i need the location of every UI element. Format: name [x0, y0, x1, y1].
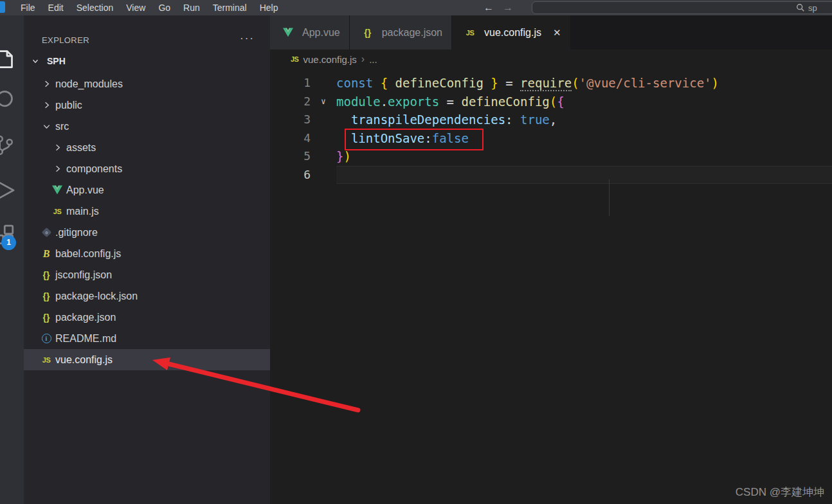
line-number: 3: [270, 111, 311, 129]
code-line-3[interactable]: 3 transpileDependencies: true,: [270, 111, 832, 129]
tree-item-label: components: [66, 163, 122, 175]
menu-terminal[interactable]: Terminal: [206, 0, 253, 15]
menu-go[interactable]: Go: [152, 0, 177, 15]
back-arrow-icon[interactable]: ←: [484, 2, 494, 14]
code-text: const { defineConfig } = require('@vue/c…: [336, 74, 832, 93]
source-control-icon[interactable]: [0, 132, 17, 158]
code-text: module.exports = defineConfig({: [336, 93, 832, 111]
fold-gutter: [311, 74, 336, 93]
close-icon[interactable]: ✕: [553, 27, 561, 39]
menu-selection[interactable]: Selection: [70, 0, 120, 15]
search-view-icon[interactable]: [0, 87, 17, 113]
code-text: [336, 166, 832, 184]
tree-item-label: assets: [66, 142, 96, 154]
tree-item-babel-config-js[interactable]: Bbabel.config.js: [24, 243, 270, 264]
tab-app-vue[interactable]: App.vue: [270, 15, 350, 50]
tree-item-assets[interactable]: assets: [24, 137, 270, 158]
tab-label: vue.config.js: [484, 27, 541, 39]
code-line-2[interactable]: 2∨module.exports = defineConfig({: [270, 93, 832, 111]
menu-file[interactable]: File: [14, 0, 42, 15]
code-editor[interactable]: 1const { defineConfig } = require('@vue/…: [270, 69, 832, 184]
code-line-1[interactable]: 1const { defineConfig } = require('@vue/…: [270, 74, 832, 93]
chevron-right-icon: [40, 100, 53, 110]
json-braces-icon: {}: [361, 28, 374, 38]
explorer-icon[interactable]: [0, 46, 17, 72]
code-text: transpileDependencies: true,: [336, 111, 832, 129]
json-braces-icon: {}: [40, 270, 53, 280]
forward-arrow-icon[interactable]: →: [503, 2, 513, 14]
fold-gutter: [311, 111, 336, 129]
tree-item-app-vue[interactable]: App.vue: [24, 179, 270, 201]
tree-item-package-lock-json[interactable]: {}package-lock.json: [24, 285, 270, 307]
line-number: 1: [270, 74, 311, 93]
tree-item-node-modules[interactable]: node_modules: [24, 73, 270, 94]
tree-item-package-json[interactable]: {}package.json: [24, 307, 270, 328]
line-number: 2: [270, 93, 311, 111]
search-hint-text: sp: [808, 3, 817, 13]
breadcrumb-symbol[interactable]: ...: [369, 54, 377, 65]
tree-item-label: App.vue: [66, 184, 104, 196]
vscode-logo-icon: [0, 1, 5, 13]
line-number: 6: [270, 166, 311, 184]
tree-item-label: src: [55, 121, 69, 132]
js-icon: JS: [464, 29, 476, 37]
menu-help[interactable]: Help: [253, 0, 285, 15]
git-icon: [40, 229, 53, 236]
tab-vue-config-js[interactable]: JSvue.config.js✕: [452, 15, 571, 50]
js-icon: JS: [51, 208, 64, 215]
tree-item-label: .gitignore: [55, 227, 98, 239]
tree-item-label: node_modules: [55, 78, 123, 90]
tree-item-main-js[interactable]: JSmain.js: [24, 201, 270, 222]
run-debug-icon[interactable]: [0, 177, 17, 203]
js-icon: JS: [40, 356, 53, 364]
json-braces-icon: {}: [40, 291, 53, 302]
fold-gutter: [311, 129, 336, 148]
search-icon: [796, 3, 805, 12]
menu-bar: FileEditSelectionViewGoRunTerminalHelp: [14, 0, 284, 15]
tree-item-label: main.js: [66, 206, 99, 217]
tree-item-label: package.json: [55, 312, 116, 323]
breadcrumb[interactable]: JS vue.config.js › ...: [270, 50, 832, 69]
tree-item-label: vue.config.js: [55, 354, 113, 366]
activity-bar: 1: [0, 15, 24, 504]
workspace-root-sph[interactable]: SPH: [24, 51, 270, 71]
tree-item-components[interactable]: components: [24, 158, 270, 179]
code-line-6[interactable]: 6: [270, 166, 832, 184]
command-center-search[interactable]: sp: [532, 1, 832, 14]
editor-group: App.vue{}package.jsonJSvue.config.js✕ JS…: [270, 15, 832, 504]
babel-icon: B: [40, 248, 53, 260]
fold-chevron-icon[interactable]: ∨: [311, 93, 336, 111]
explorer-title: EXPLORER: [42, 35, 89, 45]
tree-item-label: public: [55, 100, 82, 111]
tree-item-readme-md[interactable]: iREADME.md: [24, 328, 270, 349]
info-icon: i: [40, 334, 53, 343]
tree-item-jsconfig-json[interactable]: {}jsconfig.json: [24, 264, 270, 285]
tree-item-label: README.md: [55, 333, 116, 345]
line-number: 5: [270, 147, 311, 166]
js-icon: JS: [291, 55, 298, 63]
menu-view[interactable]: View: [120, 0, 152, 15]
explorer-sidebar: EXPLORER ··· SPH node_modulespublicsrcas…: [24, 15, 270, 504]
breadcrumb-file[interactable]: vue.config.js: [303, 54, 356, 65]
tree-item-src[interactable]: src: [24, 116, 270, 137]
tab-label: package.json: [382, 27, 442, 39]
tab-package-json[interactable]: {}package.json: [350, 15, 452, 50]
workspace-root-label: SPH: [47, 56, 66, 66]
title-bar: FileEditSelectionViewGoRunTerminalHelp ←…: [0, 0, 832, 15]
chevron-right-icon: [51, 143, 64, 152]
tab-bar: App.vue{}package.jsonJSvue.config.js✕: [270, 15, 832, 50]
tree-item--gitignore[interactable]: .gitignore: [24, 222, 270, 243]
file-tree: node_modulespublicsrcassetscomponentsApp…: [24, 71, 270, 370]
menu-run[interactable]: Run: [177, 0, 206, 15]
more-actions-icon[interactable]: ···: [240, 32, 255, 45]
chevron-right-icon: [51, 164, 64, 174]
tree-item-label: package-lock.json: [55, 291, 138, 302]
tree-item-label: jsconfig.json: [55, 269, 112, 281]
chevron-right-icon: [40, 79, 53, 89]
json-braces-icon: {}: [40, 312, 53, 323]
tree-item-vue-config-js[interactable]: JSvue.config.js: [24, 349, 270, 370]
tab-label: App.vue: [302, 27, 340, 39]
menu-edit[interactable]: Edit: [42, 0, 70, 15]
line-number: 4: [270, 129, 311, 148]
tree-item-public[interactable]: public: [24, 94, 270, 116]
